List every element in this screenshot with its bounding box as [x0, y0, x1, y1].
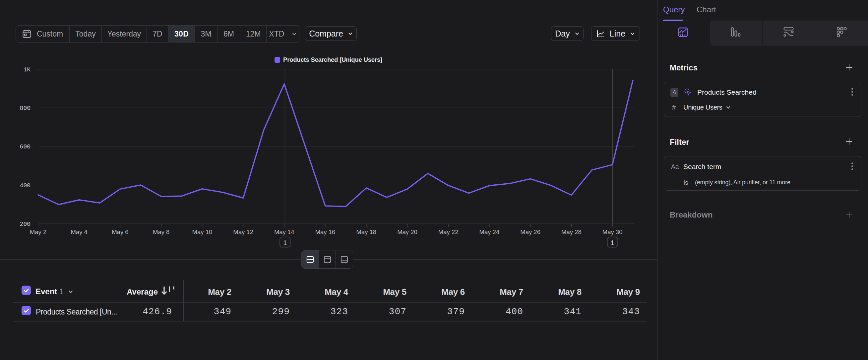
- svg-text:May 10: May 10: [192, 228, 213, 236]
- svg-text:800: 800: [20, 105, 31, 112]
- svg-text:May 28: May 28: [561, 228, 582, 236]
- svg-text:May 30: May 30: [602, 228, 623, 236]
- svg-text:May 16: May 16: [315, 228, 336, 236]
- svg-text:600: 600: [20, 143, 31, 150]
- svg-text:May 26: May 26: [520, 228, 540, 236]
- svg-text:May 12: May 12: [233, 228, 253, 236]
- svg-text:May 20: May 20: [397, 228, 417, 236]
- svg-text:400: 400: [20, 182, 31, 189]
- svg-text:May 24: May 24: [479, 228, 500, 236]
- svg-text:May 22: May 22: [438, 228, 459, 236]
- svg-text:May 4: May 4: [71, 228, 88, 236]
- svg-text:May 6: May 6: [112, 228, 128, 236]
- svg-text:May 2: May 2: [30, 228, 46, 236]
- svg-text:May 8: May 8: [153, 228, 169, 236]
- svg-text:1: 1: [611, 239, 614, 246]
- svg-text:1: 1: [283, 239, 287, 246]
- svg-text:May 18: May 18: [356, 228, 376, 236]
- svg-text:200: 200: [20, 221, 31, 227]
- svg-text:1K: 1K: [23, 66, 31, 73]
- svg-text:May 14: May 14: [274, 228, 294, 236]
